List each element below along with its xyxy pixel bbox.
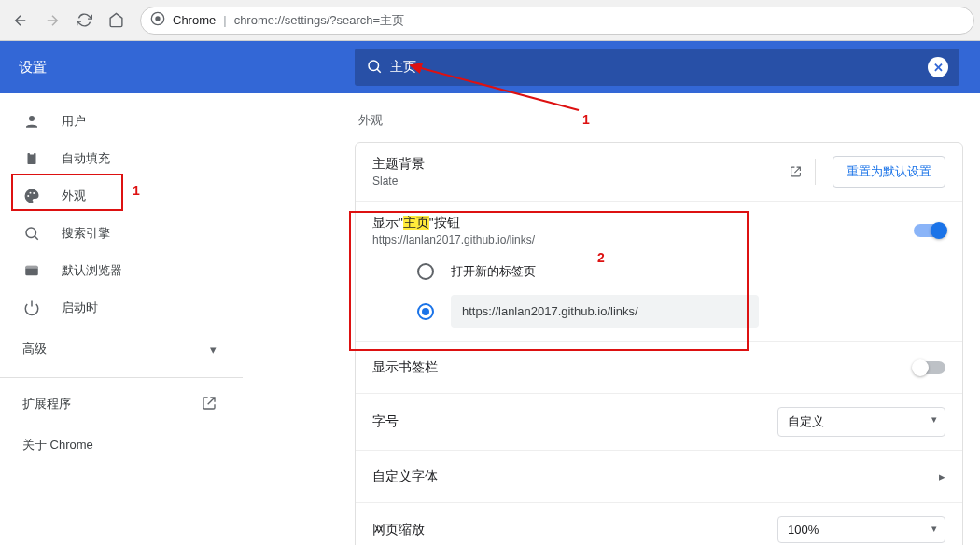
settings-search-input[interactable] — [383, 60, 928, 75]
clear-search-icon[interactable]: ✕ — [928, 57, 948, 77]
radio-newtab[interactable]: 打开新的标签页 — [372, 256, 945, 287]
main-content: 外观 主题背景 Slate 重置为默认设置 显示"主页"按钮 — [243, 93, 980, 545]
page-zoom-row: 网页缩放 100% — [356, 502, 962, 545]
sidebar-item-label: 自动填充 — [62, 150, 110, 167]
custom-font-title: 自定义字体 — [372, 468, 438, 485]
bookmarks-bar-row: 显示书签栏 — [356, 341, 962, 393]
sidebar-item-label: 外观 — [62, 188, 86, 204]
chevron-down-icon: ▾ — [210, 342, 217, 356]
browser-toolbar: Chrome | chrome://settings/?search=主页 — [0, 0, 980, 41]
svg-point-3 — [29, 116, 35, 121]
svg-point-9 — [26, 228, 36, 238]
home-button-toggle[interactable] — [914, 224, 945, 237]
home-url-field[interactable]: https://lanlan2017.github.io/links/ — [451, 295, 759, 328]
chevron-right-icon: ▸ — [939, 469, 945, 483]
open-theme-store-icon[interactable] — [790, 159, 816, 185]
reload-button[interactable] — [69, 6, 99, 35]
back-button[interactable] — [6, 6, 35, 35]
section-title: 外观 — [358, 112, 963, 129]
sidebar-item-label: 用户 — [62, 113, 86, 130]
settings-header: 设置 ✕ — [0, 41, 980, 93]
sidebar-extensions[interactable]: 扩展程序 — [0, 384, 243, 425]
clipboard-icon — [22, 150, 41, 167]
home-button[interactable] — [101, 6, 131, 35]
svg-point-6 — [27, 195, 29, 197]
sidebar-item-profile[interactable]: 用户 — [0, 103, 243, 140]
sidebar-item-search-engine[interactable]: 搜索引擎 — [0, 215, 243, 252]
settings-title: 设置 — [0, 59, 243, 77]
theme-sub: Slate — [372, 175, 425, 188]
svg-rect-11 — [25, 266, 38, 269]
font-size-title: 字号 — [372, 413, 399, 430]
search-icon — [366, 58, 383, 77]
browser-icon — [22, 262, 41, 279]
svg-point-8 — [33, 192, 35, 194]
sidebar-item-autofill[interactable]: 自动填充 — [0, 140, 243, 177]
bookmarks-bar-toggle[interactable] — [914, 361, 945, 374]
sidebar-item-default-browser[interactable]: 默认浏览器 — [0, 252, 243, 289]
sidebar-item-label: 搜索引擎 — [62, 225, 110, 242]
svg-point-7 — [30, 192, 32, 194]
home-button-sub: https://lanlan2017.github.io/links/ — [372, 233, 535, 246]
svg-point-2 — [369, 61, 379, 71]
sidebar-advanced[interactable]: 高级 ▾ — [0, 327, 243, 371]
magnifier-icon — [22, 225, 41, 242]
svg-rect-5 — [30, 152, 35, 155]
radio-icon-selected — [417, 303, 434, 320]
appearance-card: 主题背景 Slate 重置为默认设置 显示"主页"按钮 https://lanl… — [355, 142, 963, 545]
theme-row[interactable]: 主题背景 Slate 重置为默认设置 — [356, 143, 962, 201]
forward-button[interactable] — [37, 6, 67, 35]
bookmarks-bar-title: 显示书签栏 — [372, 359, 438, 376]
radio-custom-url[interactable]: https://lanlan2017.github.io/links/ — [372, 287, 945, 335]
reset-theme-button[interactable]: 重置为默认设置 — [833, 156, 945, 188]
sidebar-item-onstartup[interactable]: 启动时 — [0, 289, 243, 327]
svg-rect-4 — [28, 153, 36, 164]
radio-icon — [417, 263, 434, 280]
omnibox-site: Chrome — [173, 13, 216, 27]
page-zoom-select[interactable]: 100% — [777, 516, 945, 543]
font-size-select[interactable]: 自定义 — [777, 407, 945, 437]
home-button-title: 显示"主页"按钮 — [372, 215, 535, 231]
omnibox-url: chrome://settings/?search=主页 — [234, 12, 404, 29]
person-icon — [22, 113, 41, 130]
palette-icon — [22, 188, 41, 204]
site-info-icon[interactable] — [150, 11, 165, 29]
svg-point-1 — [155, 16, 160, 21]
settings-search[interactable]: ✕ — [355, 49, 959, 86]
radio-newtab-label: 打开新的标签页 — [451, 263, 536, 280]
font-size-row: 字号 自定义 — [356, 393, 962, 450]
power-icon — [22, 300, 41, 316]
home-button-section: 显示"主页"按钮 https://lanlan2017.github.io/li… — [356, 201, 962, 341]
sidebar-item-label: 默认浏览器 — [62, 262, 122, 279]
sidebar-item-label: 启动时 — [62, 300, 98, 316]
theme-title: 主题背景 — [372, 156, 425, 173]
sidebar-item-appearance[interactable]: 外观 — [0, 177, 243, 215]
omnibox[interactable]: Chrome | chrome://settings/?search=主页 — [140, 7, 974, 35]
open-external-icon — [202, 396, 217, 413]
page-zoom-title: 网页缩放 — [372, 522, 425, 538]
sidebar: 用户 自动填充 外观 搜索引擎 默认浏览器 启动时 高级 ▾ 扩展程序 — [0, 93, 243, 545]
sidebar-about[interactable]: 关于 Chrome — [0, 425, 243, 466]
custom-font-row[interactable]: 自定义字体 ▸ — [356, 450, 962, 502]
